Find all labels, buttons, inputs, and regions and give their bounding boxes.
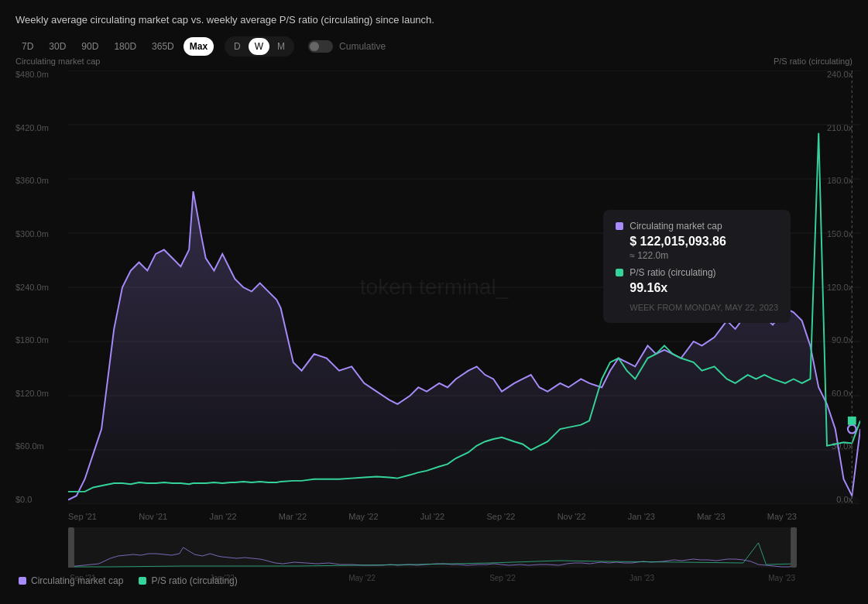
tooltip-mc-label: Circulating market cap: [630, 221, 722, 232]
y-left-label-7: $60.0m: [15, 442, 68, 451]
y-left-label-3: $300.0m: [15, 230, 68, 239]
tooltip-ps-label: P/S ratio (circulating): [630, 267, 715, 278]
cumulative-toggle[interactable]: [308, 40, 333, 53]
y-left-label-6: $120.0m: [15, 390, 68, 398]
btn-7d[interactable]: 7D: [15, 37, 39, 56]
btn-daily[interactable]: D: [228, 38, 247, 55]
tooltip-ps-value: 99.16x: [630, 281, 778, 295]
legend-mc-dot: [19, 577, 26, 585]
minimap-right-handle[interactable]: [791, 527, 797, 568]
btn-max[interactable]: Max: [184, 37, 214, 56]
market-cap-dot: [848, 425, 856, 434]
y-axis-right-title: P/S ratio (circulating): [774, 57, 853, 66]
btn-90d[interactable]: 90D: [75, 37, 105, 56]
y-axis-left-title: Circulating market cap: [15, 57, 100, 66]
minimap-x-2: May '22: [348, 574, 376, 582]
y-left-label-5: $180.0m: [15, 336, 68, 345]
btn-30d[interactable]: 30D: [43, 37, 72, 56]
y-left-label-0: $480.0m: [15, 70, 68, 79]
minimap-x-4: Jan '23: [630, 574, 654, 582]
minimap-x-5: May '23: [768, 574, 795, 582]
x-label-3: Mar '22: [279, 512, 307, 521]
x-label-1: Nov '21: [139, 512, 167, 521]
x-label-6: Sep '22: [486, 512, 515, 521]
ps-ratio-dot: [848, 417, 856, 425]
x-label-4: May '22: [348, 512, 378, 521]
tooltip-mc-value: $ 122,015,093.86: [630, 235, 778, 249]
y-left-label-1: $420.0m: [15, 124, 68, 132]
x-label-2: Jan '22: [209, 512, 236, 521]
minimap-x-3: Sep '22: [489, 574, 516, 582]
controls-bar: 7D 30D 90D 180D 365D Max D W M Cumulativ…: [15, 36, 853, 57]
svg-rect-10: [68, 527, 797, 568]
interval-group: D W M: [225, 36, 294, 57]
y-left-label-8: $0.0: [15, 496, 68, 504]
x-label-8: Jan '23: [628, 512, 655, 521]
y-left-label-4: $240.0m: [15, 283, 68, 292]
btn-365d[interactable]: 365D: [146, 37, 180, 56]
x-label-7: Nov '22: [558, 512, 586, 521]
chart-area: Circulating market cap P/S ratio (circul…: [15, 70, 853, 504]
x-label-9: Mar '23: [697, 512, 725, 521]
x-label-0: Sep '21: [68, 512, 97, 521]
btn-weekly[interactable]: W: [249, 38, 269, 55]
cumulative-toggle-group: Cumulative: [308, 40, 386, 53]
tooltip-mc-dot: [616, 222, 623, 230]
tooltip-mc-approx: ≈ 122.0m: [630, 250, 778, 261]
btn-180d[interactable]: 180D: [108, 37, 142, 56]
y-left-label-2: $360.0m: [15, 177, 68, 185]
x-label-5: Jul '22: [420, 512, 444, 521]
toggle-label: Cumulative: [339, 41, 386, 52]
minimap[interactable]: Sep '21 Jan '22 May '22 Sep '22 Jan '23 …: [68, 527, 797, 568]
minimap-svg: [68, 527, 797, 568]
tooltip: Circulating market cap $ 122,015,093.86 …: [603, 210, 791, 323]
minimap-left-handle[interactable]: [68, 527, 74, 568]
x-label-10: May '23: [767, 512, 797, 521]
x-axis: Sep '21 Nov '21 Jan '22 Mar '22 May '22 …: [68, 512, 797, 521]
chart-container: Weekly average circulating market cap vs…: [0, 0, 868, 604]
chart-title: Weekly average circulating market cap vs…: [15, 14, 853, 26]
tooltip-date: WEEK FROM MONDAY, MAY 22, 2023: [630, 303, 778, 312]
y-axis-left: $480.0m $420.0m $360.0m $300.0m $240.0m …: [15, 70, 68, 504]
minimap-x-0: Sep '21: [70, 574, 96, 582]
minimap-x-1: Jan '22: [210, 574, 235, 582]
tooltip-ps-dot: [616, 269, 623, 276]
btn-monthly[interactable]: M: [271, 38, 291, 55]
